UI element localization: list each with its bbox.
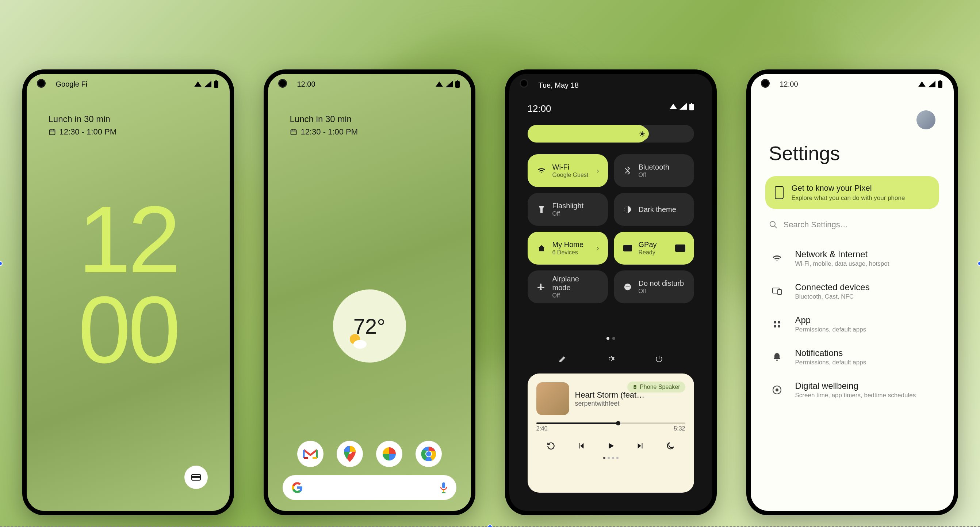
qs-date: Tue, May 18	[539, 81, 579, 89]
edit-tiles-button[interactable]	[555, 351, 570, 366]
play-button[interactable]	[603, 439, 618, 453]
settings-list: Network & InternetWi-Fi, mobile, data us…	[769, 249, 935, 399]
phone-outline-icon	[774, 185, 784, 200]
phone-4-settings: 12:00 Settings Get to know your Pixel Ex…	[746, 69, 958, 515]
app-dock	[297, 441, 442, 467]
camera-hole-icon	[278, 79, 287, 88]
media-player-card[interactable]: Phone Speaker Heart Storm (feat… serpent…	[528, 374, 694, 493]
chevron-right-icon: ›	[597, 244, 599, 252]
qs-tile-my-home[interactable]: My Home6 Devices›	[528, 232, 608, 265]
weather-widget[interactable]: 72°	[333, 289, 406, 363]
svg-rect-1	[215, 80, 217, 81]
home-icon	[536, 243, 547, 253]
pixel-card-sub: Explore what you can do with your phone	[792, 195, 905, 202]
qs-tile-dark-theme[interactable]: Dark theme	[614, 193, 694, 226]
qs-tile-airplane-mode[interactable]: Airplane modeOff	[528, 270, 608, 303]
status-bar: 12:00	[751, 74, 954, 94]
quick-settings-grid: Wi-FiGoogle Guest›BluetoothOffFlashlight…	[528, 154, 694, 303]
settings-item-connected-devices[interactable]: Connected devicesBluetooth, Cast, NFC	[769, 282, 935, 300]
status-icons	[194, 80, 219, 88]
svg-rect-27	[939, 80, 941, 81]
power-icon	[655, 355, 663, 363]
svg-rect-31	[778, 289, 781, 295]
media-pager	[536, 457, 685, 459]
skip-next-icon	[636, 442, 644, 450]
svg-rect-17	[691, 103, 692, 104]
wallet-shortcut-button[interactable]	[185, 466, 208, 489]
skip-previous-icon	[577, 442, 585, 450]
partly-cloudy-icon	[348, 331, 368, 351]
svg-rect-16	[689, 104, 694, 110]
svg-rect-20	[623, 245, 632, 251]
search-bar[interactable]	[283, 475, 457, 500]
qs-tile-bluetooth[interactable]: BluetoothOff	[614, 154, 694, 187]
next-button[interactable]	[633, 439, 648, 453]
replay-button[interactable]	[544, 439, 558, 453]
flashlight-icon	[536, 204, 547, 214]
at-a-glance-widget[interactable]: Lunch in 30 min 12:30 - 1:00 PM	[290, 114, 358, 137]
camera-hole-icon	[520, 79, 528, 88]
at-a-glance-widget[interactable]: Lunch in 30 min 12:30 - 1:00 PM	[49, 114, 117, 137]
status-bar: Google Fi	[27, 74, 230, 94]
phone-1-lockscreen: Google Fi Lunch in 30 min 12:30 - 1:00 P…	[22, 69, 234, 515]
calendar-icon	[290, 128, 297, 136]
settings-button[interactable]	[603, 351, 618, 366]
duration-time: 5:32	[674, 425, 685, 432]
phone-mockup-row: Google Fi Lunch in 30 min 12:30 - 1:00 P…	[0, 69, 980, 515]
media-progress[interactable]	[536, 423, 685, 424]
status-time: 12:00	[297, 80, 315, 88]
apps-icon	[769, 316, 785, 332]
settings-item-network-internet[interactable]: Network & InternetWi-Fi, mobile, data us…	[769, 249, 935, 268]
maps-app-icon[interactable]	[337, 441, 363, 467]
media-output-chip[interactable]: Phone Speaker	[627, 382, 685, 393]
qs-action-row	[509, 351, 712, 366]
svg-rect-32	[774, 321, 776, 323]
wifi-icon	[536, 166, 547, 176]
devices-icon	[769, 283, 785, 299]
settings-item-notifications[interactable]: NotificationsPermissions, default apps	[769, 348, 935, 366]
photos-app-icon[interactable]	[376, 441, 402, 467]
moon-icon	[666, 441, 675, 450]
wellbeing-icon	[769, 382, 785, 398]
card-icon	[675, 244, 685, 252]
google-logo-icon	[291, 482, 303, 493]
status-icons	[435, 80, 460, 88]
gmail-app-icon[interactable]	[297, 441, 323, 467]
qs-tile-wi-fi[interactable]: Wi-FiGoogle Guest›	[528, 154, 608, 187]
brightness-slider[interactable]	[528, 125, 694, 142]
settings-search[interactable]: Search Settings…	[769, 220, 935, 230]
event-time: 12:30 - 1:00 PM	[59, 127, 117, 137]
previous-button[interactable]	[574, 439, 588, 453]
lock-clock: 12 00	[78, 195, 178, 375]
svg-point-29	[770, 222, 775, 227]
svg-rect-0	[214, 81, 218, 88]
svg-rect-2	[49, 130, 55, 134]
svg-rect-5	[455, 81, 460, 88]
gear-icon	[606, 355, 615, 363]
camera-hole-icon	[761, 79, 770, 88]
airplane-icon	[536, 282, 547, 292]
svg-rect-7	[291, 130, 296, 134]
phone-3-quicksettings: Tue, May 18 12:00 Wi-FiGoogle Guest›Blue…	[505, 69, 717, 515]
album-art	[536, 382, 569, 415]
qs-tile-do-not-disturb[interactable]: Do not disturbOff	[614, 270, 694, 303]
mic-icon[interactable]	[440, 482, 448, 493]
pixel-tips-card[interactable]: Get to know your Pixel Explore what you …	[765, 176, 939, 209]
power-button[interactable]	[652, 351, 667, 366]
pencil-icon	[558, 355, 567, 363]
settings-item-app[interactable]: AppPermissions, default apps	[769, 315, 935, 333]
chrome-app-icon[interactable]	[415, 441, 442, 467]
profile-avatar[interactable]	[916, 110, 935, 129]
svg-rect-35	[778, 325, 780, 327]
qs-tile-gpay[interactable]: GPayReady	[614, 232, 694, 265]
status-icons	[918, 80, 943, 88]
bell-icon	[769, 349, 785, 365]
qs-tile-flashlight[interactable]: FlashlightOff	[528, 193, 608, 226]
svg-point-18	[641, 132, 644, 135]
svg-rect-15	[442, 482, 445, 488]
settings-item-digital-wellbeing[interactable]: Digital wellbeingScreen time, app timers…	[769, 381, 935, 399]
sleep-timer-button[interactable]	[663, 439, 678, 453]
svg-rect-26	[938, 81, 942, 88]
chevron-right-icon: ›	[597, 167, 599, 175]
search-placeholder: Search Settings…	[784, 220, 848, 230]
